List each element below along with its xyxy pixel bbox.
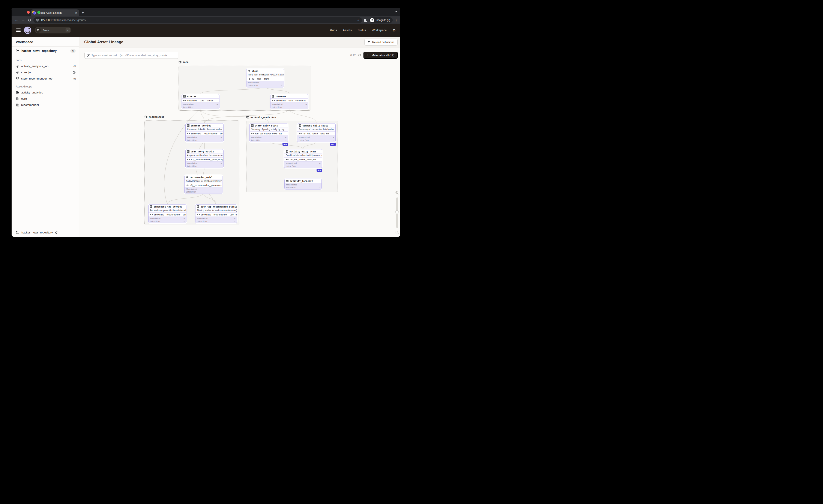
asset-node-recommender-model[interactable]: recommender_model An SVD model for colla…: [184, 175, 222, 194]
job-name: core_job: [21, 71, 70, 74]
global-search[interactable]: /: [35, 27, 71, 33]
nav-link-assets[interactable]: Assets: [343, 28, 352, 32]
reload-page-button[interactable]: [28, 18, 31, 22]
forward-button[interactable]: →: [21, 18, 26, 22]
sidebar-footer-repository[interactable]: hacker_news_repository: [16, 231, 58, 234]
asset-kind: snowflake__core__comments: [276, 99, 306, 102]
asset-name: activity_daily_stats: [289, 150, 316, 153]
settings-gear-icon[interactable]: ⚙: [393, 28, 396, 32]
sidebar-item-story-recommender-job[interactable]: story_recommender_job ((•)): [12, 75, 79, 82]
job-icon: [16, 65, 19, 68]
close-window-button[interactable]: [27, 11, 30, 14]
job-name: story_recommender_job: [21, 77, 71, 80]
refresh-icon[interactable]: [55, 231, 58, 234]
folder-icon: [16, 49, 19, 52]
browser-menu-icon[interactable]: ⋮: [395, 18, 398, 22]
asset-group-icon: [16, 104, 19, 107]
refresh-graph-icon[interactable]: [358, 53, 361, 57]
asset-kind: run_dbt_hacker_news_dbt: [303, 132, 329, 135]
dagster-logo[interactable]: [24, 27, 31, 34]
materialize-all-button[interactable]: Materialize all (12): [363, 52, 398, 59]
nav-links: Runs Assets Status Workspace ⚙: [330, 28, 396, 32]
side-panel-icon[interactable]: [364, 19, 367, 22]
asset-filter-field[interactable]: [85, 52, 178, 59]
repository-name: hacker_news_repository: [21, 49, 68, 52]
search-input[interactable]: [42, 29, 61, 32]
job-icon: [16, 71, 19, 74]
io-manager-icon: [150, 214, 153, 215]
sensor-icon[interactable]: ((•)): [73, 77, 76, 80]
asset-node-items[interactable]: items Items from the Hacker News API: ea…: [246, 68, 284, 88]
asset-node-comment-daily-stats[interactable]: comment_daily_stats Summary of comment a…: [297, 123, 336, 142]
jobs-section-heading: Jobs: [12, 55, 79, 63]
nav-link-runs[interactable]: Runs: [330, 28, 337, 32]
asset-name: items: [252, 70, 259, 72]
nav-link-workspace[interactable]: Workspace: [372, 28, 387, 32]
zoom-in-icon[interactable]: [395, 191, 399, 195]
tab-title: Global Asset Lineage: [38, 11, 73, 14]
asset-group-icon: [16, 97, 19, 100]
reload-definitions-button[interactable]: Reload definitions: [364, 39, 397, 46]
asset-name: comment_daily_stats: [302, 124, 328, 127]
sidebar-item-activity-analytics-job[interactable]: activity_analytics_job ((•)): [12, 63, 79, 69]
asset-subset-input[interactable]: [92, 54, 176, 57]
sidebar-heading: Workspace: [12, 37, 79, 46]
dbt-badge: dbt: [330, 143, 336, 146]
incognito-icon: [370, 18, 374, 22]
page-header: Global Asset Lineage Reload definitions: [79, 37, 400, 48]
tab-close-icon[interactable]: ×: [75, 11, 77, 14]
workspace-sidebar: Workspace hacker_news_repository 6 Jobs …: [12, 37, 79, 237]
asset-node-story-daily-stats[interactable]: story_daily_stats Summary of posting act…: [250, 123, 288, 142]
job-name: activity_analytics_job: [21, 64, 71, 68]
zoom-slider[interactable]: [396, 197, 398, 228]
asset-groups-section-heading: Asset Groups: [12, 82, 79, 90]
browser-toolbar: ← → 127.0.0.1:3000/instance/asset-groups…: [12, 16, 400, 24]
back-button[interactable]: ←: [14, 18, 19, 22]
dbt-badge: dbt: [283, 143, 288, 146]
asset-kind: run_dbt_hacker_news_dbt: [290, 158, 316, 161]
asset-node-comments[interactable]: comments snowflake__core__comments Mater…: [270, 94, 308, 109]
asset-group-icon: [179, 61, 181, 63]
asset-kind: s3__recommender__recommender_mo...: [190, 184, 222, 186]
asset-description: A sparse matrix where the rows are users…: [186, 154, 223, 157]
zoom-slider-handle[interactable]: [395, 210, 399, 214]
sidebar-item-group-core[interactable]: core: [12, 96, 79, 102]
job-icon: [16, 77, 19, 80]
repository-row[interactable]: hacker_news_repository 6: [12, 46, 79, 55]
zoom-out-icon[interactable]: [395, 230, 399, 234]
maximize-window-button[interactable]: [37, 11, 40, 14]
site-info-icon[interactable]: [36, 19, 39, 22]
asset-node-comment-stories[interactable]: comment_stories Comments linked to their…: [185, 123, 223, 142]
asset-node-component-top-stories[interactable]: component_top_stories For each component…: [148, 204, 186, 223]
address-bar[interactable]: 127.0.0.1:3000/instance/asset-groups/ ☆: [33, 17, 362, 23]
asset-name: recommender_model: [190, 176, 213, 179]
io-manager-icon: [183, 100, 186, 102]
asset-node-stories[interactable]: stories snowflake__core__stories Materia…: [181, 94, 219, 109]
asset-kind: run_dbt_hacker_news_dbt: [255, 132, 282, 135]
schedule-clock-icon[interactable]: [73, 71, 76, 74]
nav-link-status[interactable]: Status: [357, 28, 366, 32]
table-icon: [272, 95, 274, 98]
new-tab-button[interactable]: +: [81, 10, 84, 15]
sidebar-item-group-recommender[interactable]: recommender: [12, 102, 79, 108]
sensor-icon[interactable]: ((•)): [73, 65, 76, 67]
browser-tab-strip: Global Asset Lineage × +: [12, 8, 400, 16]
io-manager-icon: [248, 78, 251, 80]
sidebar-item-core-job[interactable]: core_job: [12, 69, 79, 75]
asset-lineage-graph[interactable]: core recommender activity_analytics: [79, 48, 400, 237]
hamburger-menu-icon[interactable]: [16, 28, 21, 32]
chevron-down-icon[interactable]: [394, 10, 397, 13]
asset-node-user-story-matrix[interactable]: user_story_matrix A sparse matrix where …: [185, 149, 223, 168]
sparkles-icon: [367, 53, 370, 57]
asset-node-activity-forecast[interactable]: activity_forecast Materialized– Latest R…: [284, 179, 322, 189]
io-manager-icon: [299, 133, 302, 134]
table-icon: [197, 205, 199, 208]
asset-name: activity_forecast: [290, 180, 313, 182]
sidebar-item-group-activity-analytics[interactable]: activity_analytics: [12, 90, 79, 96]
asset-node-activity-daily-stats[interactable]: activity_daily_stats Combined stats abou…: [284, 149, 322, 168]
bookmark-star-icon[interactable]: ☆: [357, 18, 360, 22]
table-icon: [150, 205, 152, 208]
asset-node-user-top-recommended-stories[interactable]: user_top_recommended_stories The top sto…: [195, 204, 237, 223]
incognito-label: Incognito (2): [376, 19, 390, 22]
incognito-badge[interactable]: Incognito (2): [369, 17, 393, 23]
